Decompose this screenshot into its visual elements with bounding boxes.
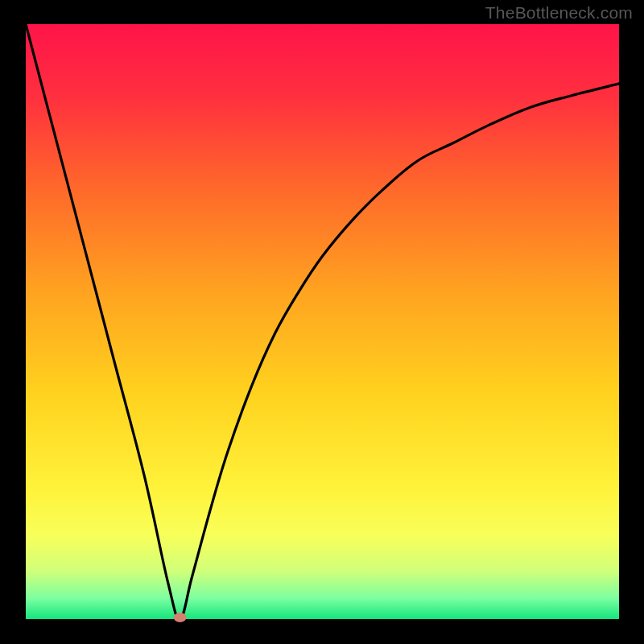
plot-area <box>26 24 619 619</box>
bottleneck-curve-chart <box>0 0 644 644</box>
chart-frame: TheBottleneck.com <box>0 0 644 644</box>
optimal-point-marker <box>174 613 187 622</box>
watermark-text: TheBottleneck.com <box>485 3 633 23</box>
